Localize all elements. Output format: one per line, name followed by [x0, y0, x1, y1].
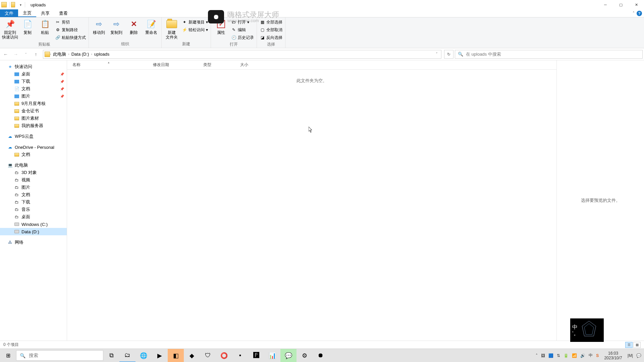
history-button[interactable]: 🕘历史记录 — [230, 34, 255, 41]
view-details-button[interactable]: ☰ — [625, 342, 633, 348]
tray-icon[interactable]: ⇅ — [557, 353, 560, 358]
move-to-button[interactable]: ⇨移动到 — [91, 18, 107, 35]
breadcrumb[interactable]: 此电脑 — [51, 51, 68, 57]
tray-battery-icon[interactable]: 🔋 — [564, 353, 569, 358]
nav-up-button[interactable]: ↑ — [32, 50, 40, 59]
taskbar-item[interactable]: 🛡 — [200, 349, 216, 362]
sidebar-item[interactable]: 桌面📌 — [0, 70, 67, 78]
sidebar-item[interactable]: 🗀音乐 — [0, 206, 67, 213]
tray-icon[interactable]: 🖼 — [541, 353, 545, 358]
copy-path-button[interactable]: ⚙复制路径 — [54, 26, 87, 33]
refresh-button[interactable]: ↻ — [444, 50, 453, 59]
copy-to-button[interactable]: ⇨复制到 — [108, 18, 124, 35]
sidebar-item[interactable]: Data (D:) — [0, 228, 67, 235]
sidebar-item[interactable]: 我的服务器 — [0, 122, 67, 129]
sidebar-item[interactable]: 🗀3D 对象 — [0, 169, 67, 176]
taskbar-clock[interactable]: 16:03 2023/10/7 — [602, 351, 624, 360]
tray-ime-icon[interactable]: 中 — [589, 353, 593, 358]
sidebar-item[interactable]: 🗀桌面 — [0, 213, 67, 221]
column-name[interactable]: 名称▲ — [67, 62, 148, 68]
qat-item[interactable] — [11, 2, 16, 7]
tray-chevron-icon[interactable]: ˄ — [536, 353, 538, 358]
easy-access-button[interactable]: ⚡轻松访问 ▾ — [181, 26, 209, 33]
nav-recent-button[interactable]: ˅ — [21, 50, 30, 59]
sidebar-item-this-pc[interactable]: 💻此电脑 — [0, 162, 67, 169]
properties-button[interactable]: ✓属性 — [213, 18, 229, 35]
tray-icon[interactable]: |M| — [628, 353, 633, 358]
edit-button[interactable]: ✎编辑 — [230, 26, 255, 33]
column-type[interactable]: 类型 — [198, 62, 235, 68]
new-item-button[interactable]: ✦新建项目 ▾ — [181, 19, 209, 25]
tab-home[interactable]: 主页 — [18, 9, 36, 17]
ribbon-collapse-icon[interactable]: ˄ — [633, 11, 635, 16]
taskbar-item-explorer[interactable]: 🗂 — [119, 349, 136, 362]
tray-volume-icon[interactable]: 🔊 — [580, 353, 585, 358]
address-dropdown[interactable]: ˅ — [434, 52, 440, 57]
taskbar-item[interactable]: 💬 — [280, 349, 297, 362]
help-icon[interactable]: ? — [637, 11, 642, 16]
maximize-button[interactable]: ▢ — [613, 0, 629, 9]
pin-quick-access-button[interactable]: 📌 固定到 快速访问 — [2, 18, 18, 40]
invert-selection-button[interactable]: ◪反向选择 — [259, 34, 283, 41]
taskbar-item[interactable]: ◧ — [168, 349, 184, 362]
sidebar-item[interactable]: 图片素材 — [0, 115, 67, 122]
column-size[interactable]: 大小 — [235, 62, 262, 68]
address-bar[interactable]: › 此电脑 › Data (D:) › uploads ˅ — [43, 50, 441, 59]
paste-shortcut-button[interactable]: 🔗粘贴快捷方式 — [54, 34, 87, 41]
tray-icon[interactable]: S — [596, 353, 599, 358]
sidebar-item[interactable]: 🗀文档 — [0, 191, 67, 198]
new-folder-button[interactable]: 新建 文件夹 — [164, 18, 180, 40]
rename-button[interactable]: 📝重命名 — [143, 18, 159, 35]
sidebar-item[interactable]: 📄文档📌 — [0, 85, 67, 93]
breadcrumb[interactable]: uploads — [92, 52, 112, 57]
taskbar-search[interactable]: 🔍搜索 — [16, 350, 103, 361]
taskbar-item[interactable]: 📊 — [264, 349, 280, 362]
paste-button[interactable]: 📋 粘贴 — [37, 18, 53, 35]
sidebar-item[interactable]: 9月月度考核 — [0, 100, 67, 107]
sidebar-item-quick-access[interactable]: ★快速访问 — [0, 63, 67, 70]
view-icons-button[interactable]: ▦ — [633, 342, 641, 348]
sidebar-item[interactable]: 🗀图片 — [0, 184, 67, 191]
notifications-icon[interactable]: 💬 — [636, 353, 641, 358]
taskbar-item[interactable]: ⏺ — [313, 349, 329, 362]
sidebar-item-onedrive[interactable]: ☁OneDrive - Personal — [0, 143, 67, 151]
taskbar-item-edge[interactable]: 🌐 — [136, 349, 152, 362]
file-list[interactable]: 名称▲ 修改日期 类型 大小 此文件夹为空。 — [67, 60, 557, 341]
minimize-button[interactable]: ─ — [598, 0, 613, 9]
delete-button[interactable]: ✕删除 — [126, 18, 142, 35]
taskview-button[interactable]: ⧉ — [103, 349, 119, 362]
tray-icon[interactable]: 🟦 — [548, 353, 553, 358]
tab-view[interactable]: 查看 — [54, 9, 72, 17]
search-input[interactable] — [466, 52, 640, 57]
taskbar-item[interactable]: ⭕ — [216, 349, 232, 362]
sidebar-item-wps[interactable]: ☁WPS云盘 — [0, 133, 67, 140]
sidebar-item[interactable]: 🗀视频 — [0, 176, 67, 184]
select-none-button[interactable]: ▢全部取消 — [259, 26, 283, 33]
taskbar-item[interactable]: ◆ — [184, 349, 200, 362]
nav-back-button[interactable]: ← — [1, 50, 10, 59]
taskbar[interactable]: ⊞ 🔍搜索 ⧉ 🗂 🌐 ▶ ◧ ◆ 🛡 ⭕ ▪ 🅿 📊 💬 ⚙ ⏺ ˄ 🖼 🟦 … — [0, 349, 644, 362]
sidebar-item[interactable]: 文档 — [0, 151, 67, 158]
sidebar-item[interactable]: Windows (C:) — [0, 221, 67, 228]
taskbar-item[interactable]: ▪ — [232, 349, 248, 362]
sidebar-item-network[interactable]: 🖧网络 — [0, 239, 67, 246]
navigation-pane[interactable]: ★快速访问 桌面📌下载📌📄文档📌图片📌9月月度考核金仓证书图片素材我的服务器 ☁… — [0, 60, 67, 341]
nav-forward-button[interactable]: → — [11, 50, 20, 59]
start-button[interactable]: ⊞ — [0, 349, 16, 362]
sidebar-item[interactable]: 🗀下载 — [0, 198, 67, 206]
open-button[interactable]: 🗁打开 ▾ — [230, 19, 255, 25]
tab-file[interactable]: 文件 — [0, 9, 18, 17]
close-button[interactable]: ✕ — [629, 0, 644, 9]
sidebar-item[interactable]: 图片📌 — [0, 93, 67, 100]
search-box[interactable]: 🔍 — [455, 50, 643, 59]
qat-dropdown[interactable]: ▾ — [18, 3, 23, 7]
sidebar-item[interactable]: 金仓证书 — [0, 107, 67, 115]
breadcrumb[interactable]: Data (D:) — [69, 52, 91, 57]
copy-button[interactable]: 📄 复制 — [19, 18, 36, 35]
tab-share[interactable]: 共享 — [36, 9, 54, 17]
taskbar-item[interactable]: ⚙ — [297, 349, 313, 362]
tray-wifi-icon[interactable]: 📶 — [572, 353, 577, 358]
sidebar-item[interactable]: 下载📌 — [0, 78, 67, 85]
taskbar-item[interactable]: 🅿 — [248, 349, 264, 362]
select-all-button[interactable]: ▦全部选择 — [259, 19, 283, 25]
